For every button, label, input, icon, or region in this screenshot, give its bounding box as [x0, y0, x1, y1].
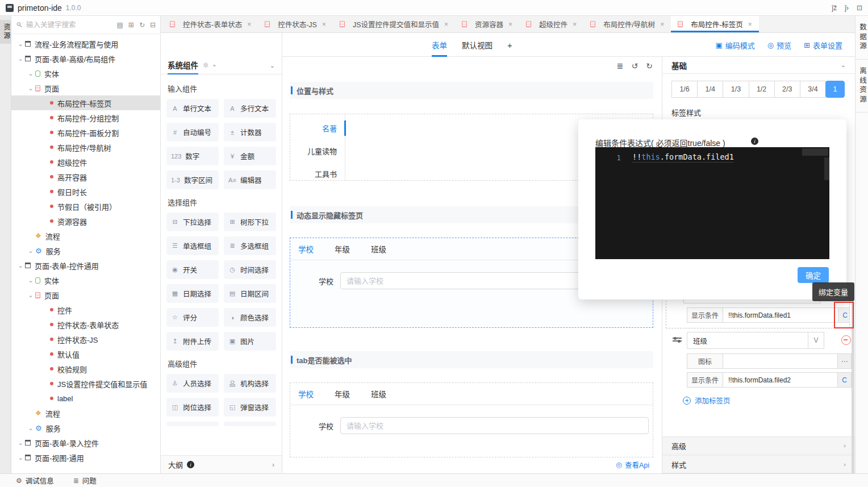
fraction-button[interactable]: 1/4	[697, 81, 723, 98]
vertical-tab[interactable]: 工具书	[290, 162, 345, 185]
dropdown-button[interactable]: V	[808, 332, 824, 349]
icon-value[interactable]	[723, 353, 838, 369]
section-advanced[interactable]: 高级 ›	[662, 436, 855, 455]
tab-班级[interactable]: 班级	[371, 243, 386, 255]
vertical-tab[interactable]: 儿童读物	[290, 139, 345, 162]
layout-glyph-icon[interactable]: ĵž	[832, 4, 837, 12]
info-icon[interactable]: i	[751, 138, 758, 145]
tree-item[interactable]: 节假日（被引用）	[11, 199, 160, 214]
tree-item[interactable]: 默认值	[11, 347, 160, 361]
tree-item[interactable]: 控件	[11, 302, 160, 317]
import-icon[interactable]: ▤	[116, 21, 123, 29]
tree-item[interactable]: ⌄页面-表单-录入控件	[11, 435, 160, 450]
expander-icon[interactable]: ⌄	[16, 40, 25, 48]
tab-班级[interactable]: 班级	[371, 388, 386, 399]
palette-item[interactable]	[224, 422, 276, 426]
expander-icon[interactable]: ⌄	[16, 439, 25, 447]
document-tab[interactable]: 控件状态-表单状态×	[163, 16, 258, 32]
tabs-widget[interactable]: 学校年级班级 学校	[290, 382, 653, 457]
tree-item[interactable]: 假日时长	[11, 184, 160, 199]
panel-header-basic[interactable]: 基础 ⌄	[662, 57, 855, 74]
confirm-button[interactable]: 确定	[798, 267, 829, 283]
tree-item[interactable]: ❖流程	[11, 406, 160, 421]
tab-年级[interactable]: 年级	[335, 243, 350, 255]
custom-components-icon[interactable]: ✲	[203, 61, 208, 69]
rail-tab-resources[interactable]: 资源	[0, 20, 11, 44]
palette-item[interactable]: ◉开关	[166, 260, 219, 279]
chevron-down-icon[interactable]: ⌄	[270, 62, 275, 69]
palette-item[interactable]: ≣多选框组	[224, 236, 276, 255]
tree-item[interactable]: 控件状态-表单状态	[11, 317, 160, 332]
tree-item[interactable]: ⌄⚙服务	[11, 421, 160, 435]
palette-item[interactable]	[166, 422, 219, 426]
expander-icon[interactable]: ⌄	[26, 277, 35, 284]
code-edit-button[interactable]: C	[838, 372, 852, 388]
close-icon[interactable]: ×	[508, 20, 512, 28]
tree-item[interactable]: ⌄页面	[11, 288, 160, 302]
view-tab-表单[interactable]: 表单	[432, 33, 447, 57]
close-icon[interactable]: ×	[573, 20, 577, 28]
tree-item[interactable]: 布局控件/导航树	[11, 140, 160, 155]
expander-icon[interactable]: ⌄	[26, 292, 35, 299]
collapse-all-icon[interactable]: ⊟	[150, 21, 156, 29]
tab-name-input[interactable]	[687, 332, 808, 349]
block-components-icon[interactable]: ▪	[213, 61, 215, 69]
tree-item[interactable]: ❖流程	[11, 228, 160, 243]
code-editor[interactable]: 1 !!this.formData.filed1	[595, 147, 829, 259]
panel-glyph-icon[interactable]: ĵ›	[845, 4, 849, 12]
palette-item[interactable]: ¥金额	[224, 147, 276, 165]
debug-button[interactable]: ⚙调试信息	[16, 475, 54, 486]
undo-icon[interactable]: ↺	[632, 61, 639, 70]
school-input[interactable]	[340, 417, 649, 434]
add-tab-link[interactable]: 添加标签页	[683, 395, 731, 406]
tree-item[interactable]: ⌄实体	[11, 273, 160, 288]
fraction-button[interactable]: 1/6	[671, 81, 698, 98]
palette-item[interactable]: ◱弹窗选择	[224, 398, 276, 417]
outline-icon[interactable]: ≣	[617, 61, 624, 70]
document-tab[interactable]: 布局控件-标签页×	[671, 16, 759, 32]
panel-scrollbar[interactable]	[852, 301, 854, 487]
palette-item[interactable]: ▤日期区间	[224, 284, 276, 303]
tree-item[interactable]: ⌄页面-视图-通用	[11, 450, 160, 465]
view-api-link[interactable]: ◎ 查看Api	[616, 459, 649, 470]
palette-item[interactable]: ☆评分	[166, 308, 219, 327]
expander-icon[interactable]: ⌄	[16, 262, 25, 269]
expander-icon[interactable]: ⌄	[16, 454, 25, 461]
fraction-button[interactable]: 3/4	[800, 81, 826, 98]
palette-item[interactable]: A≡编辑器	[224, 170, 276, 189]
tree-item[interactable]: ⌄实体	[11, 66, 160, 81]
tree-item[interactable]: 布局控件-面板分割	[11, 125, 160, 140]
expander-icon[interactable]: ⌄	[26, 424, 35, 432]
palette-item[interactable]: ⊟下拉选择	[166, 213, 219, 231]
palette-item[interactable]: ±计数器	[224, 123, 276, 141]
palette-item[interactable]: 品机构选择	[224, 374, 276, 393]
close-icon[interactable]: ×	[444, 20, 448, 28]
view-tab-默认视图[interactable]: 默认视图	[462, 33, 493, 57]
palette-item[interactable]: ◫岗位选择	[166, 398, 219, 417]
fraction-button[interactable]: 1/3	[723, 81, 749, 98]
palette-item[interactable]: A单行文本	[166, 99, 219, 118]
document-tab[interactable]: JS设置控件提交值和显示值×	[333, 16, 455, 32]
fraction-button[interactable]: 2/3	[774, 81, 800, 98]
drag-handle-icon[interactable]	[673, 336, 682, 344]
palette-item[interactable]: ▣图片	[224, 332, 276, 351]
palette-item[interactable]: 1-3数字区间	[166, 170, 219, 189]
palette-item[interactable]: ◷时间选择	[224, 260, 276, 279]
palette-item[interactable]: ⊞树形下拉	[224, 213, 276, 231]
rail-tab-离线资源[interactable]: 离线资源	[856, 60, 868, 113]
vertical-tab[interactable]: 名著	[290, 116, 345, 139]
tree-item[interactable]: 布局控件-标签页	[11, 95, 160, 110]
close-icon[interactable]: ×	[660, 20, 664, 28]
fraction-button[interactable]: 1	[825, 81, 845, 98]
more-button[interactable]: ⋯	[838, 353, 852, 369]
tree-item[interactable]: 高开容器	[11, 169, 160, 184]
palette-item[interactable]: A多行文本	[224, 99, 276, 118]
expander-icon[interactable]: ⌄	[26, 70, 35, 77]
rail-tab-数据源[interactable]: 数据源	[856, 16, 868, 60]
preview-button[interactable]: ◎预览	[767, 40, 791, 51]
palette-item[interactable]: ◑颜色选择	[224, 308, 276, 327]
add-view-button[interactable]: +	[507, 40, 512, 50]
close-icon[interactable]: ×	[247, 20, 251, 28]
expander-icon[interactable]: ⌄	[26, 247, 35, 255]
palette-tab-system[interactable]: 系统组件	[168, 57, 198, 74]
